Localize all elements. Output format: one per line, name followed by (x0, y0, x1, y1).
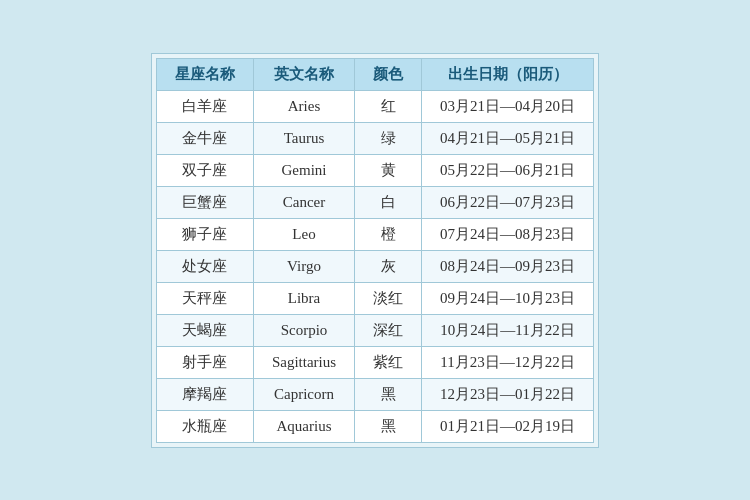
cell-dates: 12月23日—01月22日 (422, 378, 594, 410)
cell-chinese-name: 摩羯座 (156, 378, 253, 410)
cell-color: 白 (355, 186, 422, 218)
cell-chinese-name: 巨蟹座 (156, 186, 253, 218)
cell-color: 橙 (355, 218, 422, 250)
cell-chinese-name: 射手座 (156, 346, 253, 378)
table-row: 处女座Virgo灰08月24日—09月23日 (156, 250, 593, 282)
cell-dates: 11月23日—12月22日 (422, 346, 594, 378)
table-row: 天秤座Libra淡红09月24日—10月23日 (156, 282, 593, 314)
cell-english-name: Gemini (253, 154, 354, 186)
cell-color: 紫红 (355, 346, 422, 378)
cell-dates: 09月24日—10月23日 (422, 282, 594, 314)
cell-color: 红 (355, 90, 422, 122)
cell-dates: 03月21日—04月20日 (422, 90, 594, 122)
table-row: 巨蟹座Cancer白06月22日—07月23日 (156, 186, 593, 218)
cell-dates: 06月22日—07月23日 (422, 186, 594, 218)
table-row: 狮子座Leo橙07月24日—08月23日 (156, 218, 593, 250)
cell-color: 淡红 (355, 282, 422, 314)
cell-english-name: Scorpio (253, 314, 354, 346)
cell-dates: 01月21日—02月19日 (422, 410, 594, 442)
cell-english-name: Aquarius (253, 410, 354, 442)
cell-dates: 04月21日—05月21日 (422, 122, 594, 154)
cell-chinese-name: 处女座 (156, 250, 253, 282)
cell-english-name: Sagittarius (253, 346, 354, 378)
zodiac-table: 星座名称 英文名称 颜色 出生日期（阳历） 白羊座Aries红03月21日—04… (156, 58, 594, 443)
cell-english-name: Virgo (253, 250, 354, 282)
table-row: 射手座Sagittarius紫红11月23日—12月22日 (156, 346, 593, 378)
cell-color: 黑 (355, 410, 422, 442)
table-row: 白羊座Aries红03月21日—04月20日 (156, 90, 593, 122)
cell-english-name: Libra (253, 282, 354, 314)
table-row: 双子座Gemini黄05月22日—06月21日 (156, 154, 593, 186)
zodiac-table-container: 星座名称 英文名称 颜色 出生日期（阳历） 白羊座Aries红03月21日—04… (151, 53, 599, 448)
cell-chinese-name: 水瓶座 (156, 410, 253, 442)
cell-color: 黄 (355, 154, 422, 186)
cell-color: 深红 (355, 314, 422, 346)
cell-chinese-name: 狮子座 (156, 218, 253, 250)
cell-color: 黑 (355, 378, 422, 410)
cell-english-name: Cancer (253, 186, 354, 218)
cell-dates: 08月24日—09月23日 (422, 250, 594, 282)
cell-english-name: Capricorn (253, 378, 354, 410)
cell-chinese-name: 天秤座 (156, 282, 253, 314)
table-row: 天蝎座Scorpio深红10月24日—11月22日 (156, 314, 593, 346)
table-header-row: 星座名称 英文名称 颜色 出生日期（阳历） (156, 58, 593, 90)
cell-dates: 10月24日—11月22日 (422, 314, 594, 346)
cell-chinese-name: 天蝎座 (156, 314, 253, 346)
cell-color: 绿 (355, 122, 422, 154)
cell-english-name: Leo (253, 218, 354, 250)
cell-chinese-name: 白羊座 (156, 90, 253, 122)
table-row: 摩羯座Capricorn黑12月23日—01月22日 (156, 378, 593, 410)
col-header-english: 英文名称 (253, 58, 354, 90)
cell-chinese-name: 双子座 (156, 154, 253, 186)
cell-english-name: Taurus (253, 122, 354, 154)
table-row: 水瓶座Aquarius黑01月21日—02月19日 (156, 410, 593, 442)
col-header-dates: 出生日期（阳历） (422, 58, 594, 90)
cell-english-name: Aries (253, 90, 354, 122)
col-header-chinese: 星座名称 (156, 58, 253, 90)
table-row: 金牛座Taurus绿04月21日—05月21日 (156, 122, 593, 154)
cell-color: 灰 (355, 250, 422, 282)
cell-dates: 07月24日—08月23日 (422, 218, 594, 250)
cell-chinese-name: 金牛座 (156, 122, 253, 154)
cell-dates: 05月22日—06月21日 (422, 154, 594, 186)
col-header-color: 颜色 (355, 58, 422, 90)
